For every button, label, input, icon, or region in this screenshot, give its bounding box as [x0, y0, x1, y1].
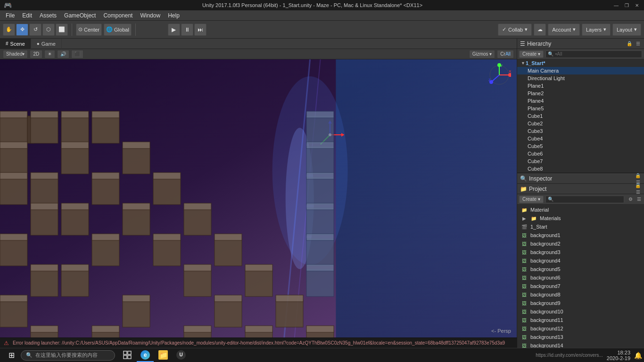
scene-tab[interactable]: # Scene: [0, 39, 31, 49]
menu-assets[interactable]: Assets: [36, 11, 60, 20]
shading-dropdown[interactable]: Shaded ▾: [3, 50, 28, 58]
files-app[interactable]: 📁: [155, 349, 172, 362]
hierarchy-panel: ☰ Hierarchy 🔒 ☰ Create ▾ 🔍 •All ▼: [517, 39, 644, 173]
scale-tool-button[interactable]: ⬡: [42, 24, 55, 36]
menu-component[interactable]: Component: [99, 11, 136, 20]
hierarchy-item-maincamera[interactable]: Main Camera: [517, 67, 644, 74]
scene-view[interactable]: <- Persp X Y Z: [0, 59, 517, 337]
gizmos-button[interactable]: Gizmos ▾: [469, 50, 495, 58]
hierarchy-item-cube6[interactable]: Cube6: [517, 150, 644, 157]
hierarchy-item-plane1[interactable]: Plane1: [517, 82, 644, 90]
menu-gameobject[interactable]: GameObject: [60, 11, 99, 20]
start-button[interactable]: ⊞: [2, 348, 21, 362]
minimize-button[interactable]: —: [613, 2, 619, 8]
layout-button[interactable]: Layout ▾: [612, 24, 641, 36]
taskview-button[interactable]: [119, 349, 136, 362]
project-item-1start[interactable]: 🎬 1_Start: [517, 222, 644, 231]
menu-help[interactable]: Help: [164, 11, 183, 20]
hierarchy-create-button[interactable]: Create ▾: [519, 50, 544, 58]
project-sort-icon[interactable]: ☰: [636, 196, 642, 203]
cloud-icon: ☁: [537, 26, 543, 33]
project-item-bg5[interactable]: 🖼 background5: [517, 265, 644, 273]
project-item-bg3[interactable]: 🖼 background3: [517, 248, 644, 256]
maze-cubes: [0, 59, 517, 337]
project-create-button[interactable]: Create ▾: [519, 196, 544, 203]
project-item-bg1[interactable]: 🖼 background1: [517, 231, 644, 239]
hierarchy-root-item[interactable]: ▼ 1_Start*: [517, 59, 644, 67]
hierarchy-item-plane2[interactable]: Plane2: [517, 90, 644, 97]
hierarchy-header: ☰ Hierarchy 🔒 ☰: [517, 39, 644, 49]
svg-rect-34: [153, 173, 181, 179]
project-settings-icon[interactable]: ⚙: [627, 196, 634, 203]
taskbar-search[interactable]: 🔍 在这里输入你要搜索的内容: [21, 350, 115, 361]
play-button[interactable]: ▶: [168, 24, 180, 36]
inspector-lock-icon[interactable]: 🔒: [635, 172, 641, 179]
hierarchy-item-cube4[interactable]: Cube4: [517, 135, 644, 142]
notification-icon[interactable]: 🔔: [634, 352, 642, 359]
hierarchy-search-box[interactable]: 🔍 •All: [545, 50, 642, 58]
rect-tool-button[interactable]: ⬜: [56, 24, 68, 36]
image-icon-11: 🖼: [521, 317, 528, 323]
center-toggle-button[interactable]: ⊙ Center: [76, 24, 102, 36]
project-item-material[interactable]: 📁 Material: [517, 206, 644, 214]
status-error-text: Error loading launcher: //unity:C:/Users…: [13, 340, 640, 346]
svg-rect-21: [0, 147, 27, 174]
hierarchy-item-cube7[interactable]: Cube7: [517, 157, 644, 165]
svg-rect-49: [215, 239, 242, 266]
menu-window[interactable]: Window: [136, 11, 164, 20]
project-item-bg8[interactable]: 🖼 background8: [517, 290, 644, 299]
hierarchy-item-plane5[interactable]: Plane5: [517, 105, 644, 112]
search-all-button[interactable]: CrAll: [497, 50, 514, 58]
project-lock-icon[interactable]: 🔒: [635, 182, 641, 189]
step-button[interactable]: ⏭: [194, 24, 206, 36]
hierarchy-item-directionallight[interactable]: Directional Light: [517, 74, 644, 82]
rotate-tool-button[interactable]: ↺: [29, 24, 41, 36]
hierarchy-menu-icon[interactable]: ☰: [635, 41, 641, 47]
project-item-bg4[interactable]: 🖼 background4: [517, 256, 644, 265]
svg-rect-47: [153, 239, 181, 266]
project-item-bg6[interactable]: 🖼 background6: [517, 273, 644, 282]
edge-app[interactable]: e: [137, 349, 154, 362]
separator-1: [72, 24, 72, 36]
hand-tool-button[interactable]: ✋: [3, 24, 15, 36]
project-item-bg7[interactable]: 🖼 background7: [517, 282, 644, 290]
svg-rect-15: [31, 116, 58, 143]
fx-button[interactable]: ⬛: [71, 50, 83, 58]
cloud-button[interactable]: ☁: [534, 24, 546, 36]
hierarchy-item-cube2[interactable]: Cube2: [517, 120, 644, 127]
hierarchy-item-plane4[interactable]: Plane4: [517, 97, 644, 105]
hierarchy-lock-icon[interactable]: 🔒: [626, 41, 633, 47]
menu-edit[interactable]: Edit: [18, 11, 36, 20]
menu-file[interactable]: File: [2, 11, 18, 20]
shading-chevron: ▾: [22, 51, 25, 57]
hierarchy-item-cube3[interactable]: Cube3: [517, 127, 644, 135]
hierarchy-item-cube5[interactable]: Cube5: [517, 142, 644, 150]
collab-button[interactable]: ✓ Collab ▾: [498, 24, 532, 36]
game-tab[interactable]: ● Game: [31, 39, 62, 49]
close-button[interactable]: ✕: [634, 2, 640, 8]
hierarchy-item-cube8[interactable]: Cube8: [517, 165, 644, 173]
move-tool-button[interactable]: ✥: [16, 24, 28, 36]
project-item-bg11[interactable]: 🖼 background11: [517, 316, 644, 324]
layers-button[interactable]: Layers ▾: [582, 24, 611, 36]
project-item-bg12[interactable]: 🖼 background12: [517, 324, 644, 333]
svg-text:Y: Y: [500, 64, 503, 68]
account-button[interactable]: Account ▾: [548, 24, 580, 36]
hierarchy-item-cube1[interactable]: Cube1: [517, 112, 644, 120]
project-item-bg9[interactable]: 🖼 background9: [517, 299, 644, 307]
pause-button[interactable]: ⏸: [181, 24, 193, 36]
svg-rect-55: [184, 269, 211, 296]
unity-app[interactable]: U: [173, 349, 190, 362]
audio-button[interactable]: 🔊: [57, 50, 69, 58]
project-item-bg10[interactable]: 🖼 background10: [517, 307, 644, 316]
lighting-button[interactable]: ☀: [44, 50, 55, 58]
2d-mode-button[interactable]: 2D: [30, 50, 42, 58]
maximize-button[interactable]: ❐: [623, 2, 630, 8]
project-search-box[interactable]: 🔍: [545, 196, 624, 203]
image-icon-4: 🖼: [521, 257, 528, 264]
project-item-bg2[interactable]: 🖼 background2: [517, 239, 644, 248]
search-icon: 🔍: [548, 51, 553, 57]
global-toggle-button[interactable]: 🌐 Global: [104, 24, 132, 36]
project-item-materials[interactable]: ▶ 📁 Materials: [517, 214, 644, 222]
unity-logo-icon: 🎮: [4, 1, 12, 9]
